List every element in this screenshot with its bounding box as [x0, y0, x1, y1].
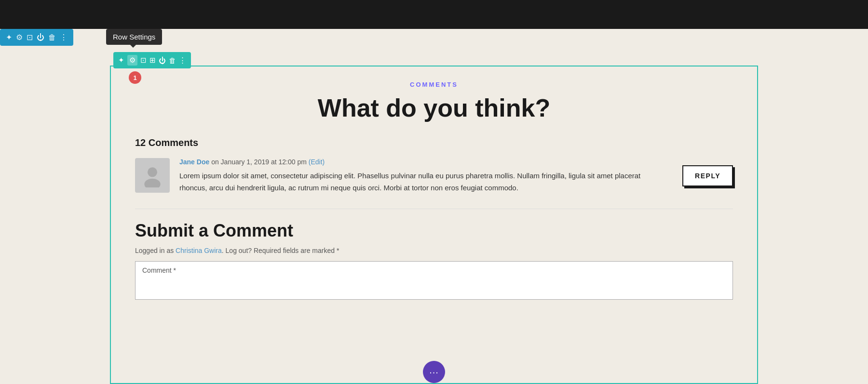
settings-icon[interactable]: ⚙: [16, 33, 23, 42]
row-settings-tooltip: Row Settings: [106, 29, 162, 45]
delete-icon2[interactable]: 🗑: [169, 56, 176, 65]
comments-count: 12 Comments: [135, 137, 733, 148]
notification-badge: 1: [129, 71, 141, 84]
submit-section: Submit a Comment Logged in as Christina …: [135, 221, 733, 300]
user-link[interactable]: Christina Gwira: [176, 247, 222, 254]
content-card: COMMENTS What do you think? 12 Comments …: [110, 66, 758, 384]
toolbar-row2: ✦ ⚙ ⊡ ⊞ ⏻ 🗑 ⋮: [113, 52, 191, 68]
more-icon[interactable]: ⋮: [60, 33, 68, 42]
comment-author: Jane Doe: [179, 158, 209, 166]
divider: [135, 209, 733, 209]
move-icon[interactable]: ✦: [6, 33, 12, 42]
svg-point-0: [148, 167, 157, 177]
fab-icon: ···: [429, 367, 439, 378]
submit-heading: Submit a Comment: [135, 221, 733, 241]
settings-icon2[interactable]: ⚙: [127, 55, 137, 66]
reply-button[interactable]: REPLY: [682, 165, 733, 186]
comment-text: Lorem ipsum dolor sit amet, consectetur …: [179, 170, 663, 194]
section-label: COMMENTS: [135, 81, 733, 88]
logged-in-text: Logged in as Christina Gwira. Log out? R…: [135, 247, 733, 254]
comment-field-label: Comment *: [142, 266, 176, 274]
comment-edit[interactable]: (Edit): [309, 158, 325, 166]
columns-icon[interactable]: ⊞: [149, 56, 156, 65]
comment-body: Jane Doe on January 1, 2019 at 12:00 pm …: [179, 158, 663, 194]
comment-date: on January 1, 2019 at 12:00 pm: [211, 158, 309, 166]
avatar: [135, 158, 170, 193]
move-icon2[interactable]: ✦: [118, 56, 124, 65]
main-heading: What do you think?: [135, 94, 733, 123]
more-icon2[interactable]: ⋮: [179, 56, 186, 65]
comment-textarea-wrapper[interactable]: Comment *: [135, 261, 733, 300]
duplicate-icon[interactable]: ⊡: [27, 33, 33, 42]
floating-action-button[interactable]: ···: [423, 361, 445, 383]
tooltip-label: Row Settings: [113, 33, 155, 41]
comment-meta: Jane Doe on January 1, 2019 at 12:00 pm …: [179, 158, 663, 166]
toolbar-row1: ✦ ⚙ ⊡ ⏻ 🗑 ⋮: [0, 29, 73, 46]
power-icon[interactable]: ⏻: [37, 33, 44, 42]
comment-item: Jane Doe on January 1, 2019 at 12:00 pm …: [135, 158, 733, 194]
top-bar: [0, 0, 868, 29]
svg-point-1: [144, 178, 160, 187]
duplicate-icon2[interactable]: ⊡: [140, 56, 147, 65]
power-icon2[interactable]: ⏻: [159, 56, 166, 65]
delete-icon[interactable]: 🗑: [48, 33, 56, 42]
